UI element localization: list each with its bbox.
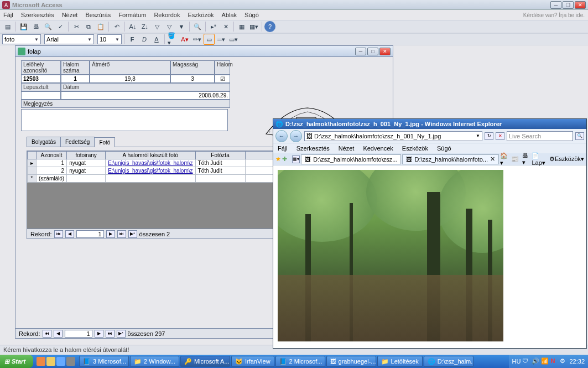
ie-forward-button[interactable]: → [290,130,302,142]
ie-tab-2[interactable]: 🖼D:\zsz_halmok\halomfoto...✕ [402,154,499,164]
ie-menu-view[interactable]: Nézet [339,145,355,152]
line-color-button[interactable]: ✏▾ [191,34,202,45]
sort-asc-button[interactable]: A↓ [127,21,138,32]
apply-filter-button[interactable]: ▼ [176,21,187,32]
tab-close-icon[interactable]: ✕ [490,156,495,163]
ie-menu-edit[interactable]: Szerkesztés [296,145,330,152]
start-button[interactable]: ⊞ Start [0,355,33,368]
ie-titlebar[interactable]: 🌐 D:\zsz_halmok\halomfoto\zsz_h_001_Ny_1… [273,119,586,129]
menu-edit[interactable]: Szerkesztés [21,12,54,18]
task-item[interactable]: 🔑Microsoft A... [180,356,230,367]
tray-icon[interactable]: N [550,357,558,365]
form-nav-new-button[interactable]: ▶* [117,330,126,338]
form-nav-prev-button[interactable]: ◀ [54,330,63,338]
ql-ie-icon[interactable] [56,357,65,366]
col-foto[interactable]: A halomról készült fotó [106,152,195,159]
filter-by-form-button[interactable]: ▽ [164,21,175,32]
menu-file[interactable]: Fájl [3,12,13,18]
close-button[interactable]: ✕ [575,1,586,9]
menu-tools[interactable]: Eszközök [188,12,214,18]
paste-button[interactable]: 📋 [95,21,106,32]
menu-view[interactable]: Nézet [62,12,78,18]
add-favorite-icon[interactable]: ✚ [282,156,287,163]
task-item[interactable]: 🌐D:\zsz_halm... [424,356,473,367]
new-record-button[interactable]: ▸* [208,21,219,32]
tray-icon[interactable]: 📶 [541,357,549,365]
find-button[interactable]: 🔍 [192,21,203,32]
form-nav-next-button[interactable]: ▶ [95,330,103,338]
help-button[interactable]: ? [264,21,275,32]
special-effect-button[interactable]: ▭▾ [228,34,239,45]
nav-new-button[interactable]: ▶* [128,230,137,238]
font-size-selector[interactable]: 10▼ [97,34,122,44]
favorites-icon[interactable]: ★ [275,156,281,163]
form-titlebar[interactable]: folap ─ □ ✕ [15,46,393,57]
row-selector-header[interactable] [28,152,37,159]
delete-record-button[interactable]: ✕ [220,21,231,32]
nav-next-button[interactable]: ▶ [106,230,115,238]
col-fotoirany[interactable]: fotoirany [67,152,106,159]
print-preview-button[interactable]: 🔍 [43,21,54,32]
ql-explorer-icon[interactable] [46,357,55,366]
nav-first-button[interactable]: ⏮ [54,230,63,238]
spelling-button[interactable]: ✓ [55,21,66,32]
restore-button[interactable]: ❐ [563,1,574,9]
filter-by-selection-button[interactable]: ▽ [152,21,163,32]
tab-bolygatas[interactable]: Bolygatás [27,137,61,147]
col-fotozta[interactable]: Fotózta [195,152,245,159]
lang-indicator[interactable]: HU [512,358,521,365]
page-menu[interactable]: 📄Lap▾ [532,152,546,167]
nav-prev-button[interactable]: ◀ [65,230,74,238]
input-megjegyzes[interactable] [21,109,228,131]
fill-color-button[interactable]: 🪣▾ [167,34,178,45]
clock[interactable]: 22:32 [569,358,585,365]
input-datum[interactable]: 2008.08.29. [61,91,230,100]
menu-window[interactable]: Ablak [222,12,237,18]
tray-icon[interactable]: 🔊 [532,357,539,365]
menu-insert[interactable]: Beszúrás [85,12,111,18]
ie-stop-button[interactable]: ✕ [496,132,504,140]
view-button[interactable]: ▤ [2,21,13,32]
ql-desktop-icon[interactable] [66,357,75,366]
minimize-button[interactable]: ─ [550,1,561,9]
col-azonosito[interactable]: Azonosít [37,152,67,159]
form-maximize-button[interactable]: □ [367,48,378,55]
ql-firefox-icon[interactable] [37,357,45,366]
new-object-button[interactable]: ▦▾ [248,21,259,32]
ie-address-bar[interactable]: 🖼 D:\zsz_halmok\halomfoto\zsz_h_001_Ny_1… [304,131,482,141]
form-nav-first-button[interactable]: ⏮ [43,330,51,338]
input-lepusztult[interactable] [21,91,61,100]
input-halomszama[interactable]: 1 [61,75,90,83]
cut-button[interactable]: ✂ [71,21,82,32]
quick-tabs-button[interactable]: ▦▾ [292,156,300,163]
nav-position-input[interactable]: 1 [76,230,104,238]
tray-icon[interactable]: ⚙ [560,357,568,365]
form-minimize-button[interactable]: ─ [355,48,366,55]
save-button[interactable]: 💾 [18,21,29,32]
ie-menu-favorites[interactable]: Kedvencek [363,145,393,152]
input-lelohelyid[interactable]: 12503 [21,75,61,83]
undo-button[interactable]: ↶ [111,21,122,32]
help-prompt[interactable]: Kérdése van? Írja be ide. [523,12,585,18]
sort-desc-button[interactable]: Z↓ [139,21,150,32]
line-width-button[interactable]: ═▾ [216,34,227,45]
feeds-icon[interactable]: 📰 [511,156,519,163]
task-item[interactable]: 📘2 Microsof... [275,356,325,367]
ie-menu-tools[interactable]: Eszközök [402,145,428,152]
ie-menu-file[interactable]: Fájl [278,145,288,152]
database-window-button[interactable]: ▦ [236,21,247,32]
copy-button[interactable]: ⧉ [83,21,94,32]
font-color-button[interactable]: A▾ [179,34,190,45]
task-item[interactable]: 📁2 Window... [130,356,179,367]
menu-help[interactable]: Súgó [244,12,259,18]
home-icon[interactable]: 🏠▾ [500,152,508,167]
tray-icon[interactable]: 🛡 [522,357,530,365]
tools-menu[interactable]: ⚙Eszközök▾ [549,156,584,163]
ie-viewport[interactable] [273,165,586,348]
print-icon[interactable]: 🖶▾ [522,152,528,166]
print-button[interactable]: 🖶 [30,21,41,32]
font-selector[interactable]: Arial▼ [44,34,94,44]
checkbox-halom[interactable]: ☑ [215,75,230,83]
task-item[interactable]: 🐱IrfanView [231,356,274,367]
task-item[interactable]: 📘3 Microsof... [79,356,129,367]
